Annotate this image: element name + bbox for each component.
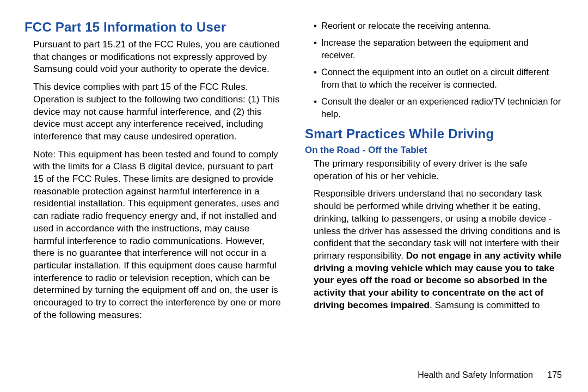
measures-list: Reorient or relocate the receiving anten… xyxy=(305,20,564,120)
page-footer: Health and Safety Information 175 xyxy=(418,370,562,380)
heading-fcc: FCC Part 15 Information to User xyxy=(24,20,283,35)
list-item: Reorient or relocate the receiving anten… xyxy=(314,20,564,32)
footer-section: Health and Safety Information xyxy=(418,370,533,379)
heading-driving: Smart Practices While Driving xyxy=(305,126,564,142)
subheading-road: On the Road - Off the Tablet xyxy=(305,145,564,156)
list-item: Increase the separation between the equi… xyxy=(314,36,564,61)
fcc-para-1: Pursuant to part 15.21 of the FCC Rules,… xyxy=(33,38,283,75)
page-number: 175 xyxy=(547,370,562,380)
driving-para-1: The primary responsibility of every driv… xyxy=(314,157,564,182)
fcc-para-2: This device complies with part 15 of the… xyxy=(33,81,283,143)
fcc-para-3: Note: This equipment has been tested and… xyxy=(33,148,283,321)
list-item: Connect the equipment into an outlet on … xyxy=(314,66,564,90)
list-item: Consult the dealer or an experienced rad… xyxy=(314,95,564,120)
